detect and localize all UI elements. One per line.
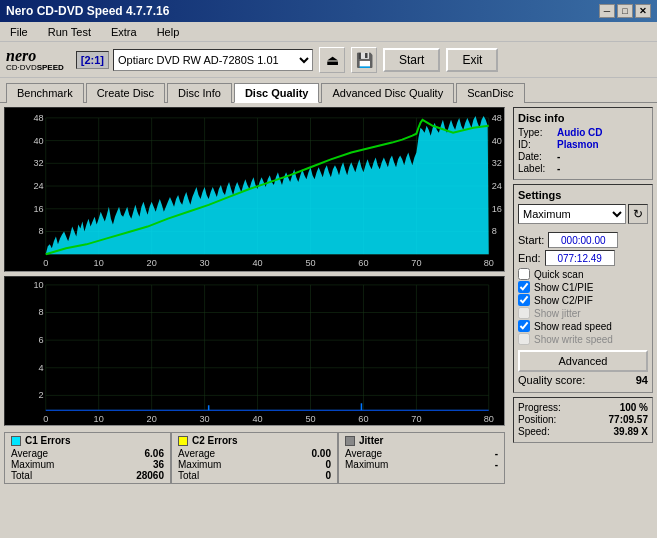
show-read-speed-checkbox[interactable] bbox=[518, 320, 530, 332]
show-c2pif-checkbox[interactable] bbox=[518, 294, 530, 306]
svg-text:10: 10 bbox=[94, 414, 104, 424]
c1-total-row: Total 28060 bbox=[11, 470, 164, 481]
quick-scan-checkbox[interactable] bbox=[518, 268, 530, 280]
c1-avg-row: Average 6.06 bbox=[11, 448, 164, 459]
svg-text:40: 40 bbox=[252, 258, 262, 268]
svg-text:48: 48 bbox=[492, 113, 502, 123]
start-time-row: Start: bbox=[518, 232, 648, 248]
tab-create-disc[interactable]: Create Disc bbox=[86, 83, 165, 103]
tab-benchmark[interactable]: Benchmark bbox=[6, 83, 84, 103]
c2-total-row: Total 0 bbox=[178, 470, 331, 481]
nero-logo-subtext: CD·DVDSPEED bbox=[6, 64, 64, 72]
svg-text:8: 8 bbox=[39, 227, 44, 237]
minimize-button[interactable]: ─ bbox=[599, 4, 615, 18]
advanced-button[interactable]: Advanced bbox=[518, 350, 648, 372]
c2-title: C2 Errors bbox=[178, 435, 331, 446]
disc-info-title: Disc info bbox=[518, 112, 648, 124]
svg-text:30: 30 bbox=[200, 258, 210, 268]
jitter-color-box bbox=[345, 436, 355, 446]
jitter-group: Jitter Average - Maximum - bbox=[338, 432, 505, 484]
svg-text:24: 24 bbox=[34, 181, 44, 191]
progress-row: Progress: 100 % bbox=[518, 402, 648, 413]
menu-help[interactable]: Help bbox=[151, 24, 186, 40]
show-write-speed-checkbox[interactable] bbox=[518, 333, 530, 345]
show-c1pie-checkbox[interactable] bbox=[518, 281, 530, 293]
svg-text:40: 40 bbox=[492, 136, 502, 146]
menu-file[interactable]: File bbox=[4, 24, 34, 40]
disc-info-section: Disc info Type: Audio CD ID: Plasmon Dat… bbox=[513, 107, 653, 180]
speed-dropdown[interactable]: Maximum bbox=[518, 204, 626, 224]
menu-run-test[interactable]: Run Test bbox=[42, 24, 97, 40]
svg-text:80: 80 bbox=[484, 414, 494, 424]
show-jitter-checkbox[interactable] bbox=[518, 307, 530, 319]
show-c1pie-row: Show C1/PIE bbox=[518, 281, 648, 293]
title-bar: Nero CD-DVD Speed 4.7.7.16 ─ □ ✕ bbox=[0, 0, 657, 22]
close-button[interactable]: ✕ bbox=[635, 4, 651, 18]
date-row: Date: - bbox=[518, 151, 648, 162]
c1-color-box bbox=[11, 436, 21, 446]
drive-id-label: [2:1] bbox=[76, 51, 109, 69]
svg-text:40: 40 bbox=[34, 136, 44, 146]
c1-max-value: 36 bbox=[124, 459, 164, 470]
exit-button[interactable]: Exit bbox=[446, 48, 498, 72]
svg-text:8: 8 bbox=[492, 227, 497, 237]
svg-text:16: 16 bbox=[34, 204, 44, 214]
c2-avg-row: Average 0.00 bbox=[178, 448, 331, 459]
svg-text:60: 60 bbox=[358, 258, 368, 268]
c1-title: C1 Errors bbox=[11, 435, 164, 446]
svg-text:48: 48 bbox=[34, 113, 44, 123]
drive-dropdown[interactable]: Optiarc DVD RW AD-7280S 1.01 bbox=[113, 49, 313, 71]
svg-text:0: 0 bbox=[43, 258, 48, 268]
svg-rect-38 bbox=[5, 277, 504, 425]
tab-disc-info[interactable]: Disc Info bbox=[167, 83, 232, 103]
quality-score-value: 94 bbox=[636, 374, 648, 386]
save-button[interactable]: 💾 bbox=[351, 47, 377, 73]
svg-text:80: 80 bbox=[484, 258, 494, 268]
drive-selector: [2:1] Optiarc DVD RW AD-7280S 1.01 bbox=[76, 49, 313, 71]
main-content: 48 40 32 24 16 8 48 40 32 24 16 8 bbox=[0, 102, 657, 534]
end-time-input[interactable] bbox=[545, 250, 615, 266]
svg-text:32: 32 bbox=[34, 158, 44, 168]
svg-text:32: 32 bbox=[492, 158, 502, 168]
eject-button[interactable]: ⏏ bbox=[319, 47, 345, 73]
jitter-max-row: Maximum - bbox=[345, 459, 498, 470]
charts-area: 48 40 32 24 16 8 48 40 32 24 16 8 bbox=[0, 103, 509, 534]
c2-color-box bbox=[178, 436, 188, 446]
svg-text:60: 60 bbox=[358, 414, 368, 424]
bottom-chart: 10 8 6 4 2 0 10 20 30 40 50 60 70 80 bbox=[4, 276, 505, 426]
c2-avg-value: 0.00 bbox=[291, 448, 331, 459]
c1-errors-group: C1 Errors Average 6.06 Maximum 36 Total … bbox=[4, 432, 171, 484]
show-write-speed-row: Show write speed bbox=[518, 333, 648, 345]
svg-text:24: 24 bbox=[492, 181, 502, 191]
tab-disc-quality[interactable]: Disc Quality bbox=[234, 83, 320, 103]
maximize-button[interactable]: □ bbox=[617, 4, 633, 18]
svg-text:20: 20 bbox=[147, 258, 157, 268]
svg-text:50: 50 bbox=[305, 414, 315, 424]
jitter-max-value: - bbox=[458, 459, 498, 470]
c2-max-value: 0 bbox=[291, 459, 331, 470]
progress-value: 100 % bbox=[620, 402, 648, 413]
c2-max-row: Maximum 0 bbox=[178, 459, 331, 470]
c1-max-row: Maximum 36 bbox=[11, 459, 164, 470]
start-button[interactable]: Start bbox=[383, 48, 440, 72]
show-jitter-row: Show jitter bbox=[518, 307, 648, 319]
c1-avg-value: 6.06 bbox=[124, 448, 164, 459]
window-controls: ─ □ ✕ bbox=[599, 4, 651, 18]
toolbar: nero CD·DVDSPEED [2:1] Optiarc DVD RW AD… bbox=[0, 42, 657, 78]
tab-scan-disc[interactable]: ScanDisc bbox=[456, 83, 524, 103]
menu-extra[interactable]: Extra bbox=[105, 24, 143, 40]
refresh-button[interactable]: ↻ bbox=[628, 204, 648, 224]
svg-text:10: 10 bbox=[34, 280, 44, 290]
position-row: Position: 77:09.57 bbox=[518, 414, 648, 425]
speed-value: 39.89 X bbox=[614, 426, 648, 437]
start-time-input[interactable] bbox=[548, 232, 618, 248]
tab-advanced-disc-quality[interactable]: Advanced Disc Quality bbox=[321, 83, 454, 103]
id-row: ID: Plasmon bbox=[518, 139, 648, 150]
label-value: - bbox=[557, 163, 560, 174]
top-chart: 48 40 32 24 16 8 48 40 32 24 16 8 bbox=[4, 107, 505, 272]
c2-errors-group: C2 Errors Average 0.00 Maximum 0 Total 0 bbox=[171, 432, 338, 484]
svg-text:6: 6 bbox=[39, 335, 44, 345]
type-row: Type: Audio CD bbox=[518, 127, 648, 138]
tab-bar: Benchmark Create Disc Disc Info Disc Qua… bbox=[0, 78, 657, 102]
progress-section: Progress: 100 % Position: 77:09.57 Speed… bbox=[513, 397, 653, 443]
